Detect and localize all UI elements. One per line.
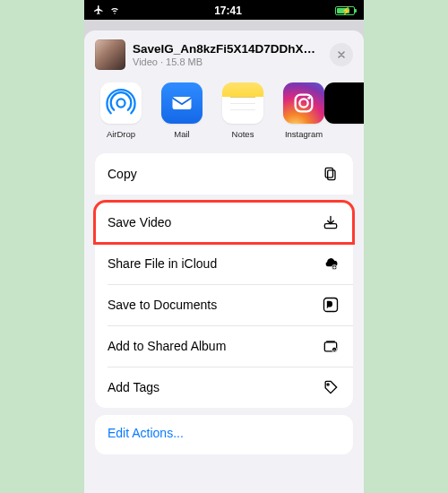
battery-icon: ⚡ xyxy=(335,6,355,15)
airplane-icon xyxy=(93,4,104,18)
file-size: 15.8 MB xyxy=(166,56,202,67)
share-target-more[interactable] xyxy=(340,82,349,139)
file-info: SaveIG_An8kzFi5X14D7DDhXM... Video · 15.… xyxy=(133,42,323,67)
action-save-video[interactable]: Save Video xyxy=(95,202,353,243)
svg-point-3 xyxy=(299,99,307,107)
wifi-icon xyxy=(108,4,121,18)
svg-rect-7 xyxy=(324,224,336,229)
status-right: ⚡ xyxy=(335,6,355,15)
app-icon-peek xyxy=(324,82,364,124)
share-target-label: Mail xyxy=(174,129,189,139)
share-target-instagram[interactable]: Instagram xyxy=(280,82,328,139)
share-target-label: Instagram xyxy=(285,129,323,139)
svg-point-0 xyxy=(116,99,125,107)
action-add-shared-album[interactable]: Add to Shared Album xyxy=(95,325,353,367)
file-title: SaveIG_An8kzFi5X14D7DDhXM... xyxy=(133,42,323,56)
status-left xyxy=(93,4,121,18)
edit-actions-button[interactable]: Edit Actions... xyxy=(95,415,353,454)
file-kind: Video xyxy=(133,56,158,67)
close-button[interactable] xyxy=(330,43,353,66)
svg-rect-1 xyxy=(173,97,192,109)
download-icon xyxy=(321,212,340,232)
action-label: Save to Documents xyxy=(108,298,217,312)
action-label: Share File in iCloud xyxy=(108,256,217,271)
edit-actions-label: Edit Actions... xyxy=(108,426,184,440)
file-metadata: Video · 15.8 MB xyxy=(133,56,323,67)
instagram-icon xyxy=(283,82,324,124)
actions-list: Copy Save Video Share File in iCloud Sav… xyxy=(95,153,353,408)
phone-frame: 17:41 ⚡ SaveIG_An8kzFi5X14D7DDhXM... Vid… xyxy=(84,0,364,493)
documents-app-icon xyxy=(321,295,340,315)
status-bar: 17:41 ⚡ xyxy=(84,0,364,20)
shared-album-icon xyxy=(321,336,340,356)
action-add-tags[interactable]: Add Tags xyxy=(95,367,353,408)
mail-icon xyxy=(161,82,202,124)
icloud-share-icon xyxy=(321,254,340,273)
airdrop-icon xyxy=(100,82,142,124)
tag-icon xyxy=(321,377,340,397)
svg-point-4 xyxy=(307,97,310,99)
svg-rect-11 xyxy=(326,341,335,342)
action-share-icloud[interactable]: Share File in iCloud xyxy=(95,243,353,284)
status-time: 17:41 xyxy=(214,4,242,17)
svg-rect-6 xyxy=(325,168,332,177)
share-target-airdrop[interactable]: AirDrop xyxy=(97,82,145,139)
action-label: Add to Shared Album xyxy=(108,339,226,353)
file-thumbnail xyxy=(95,39,125,70)
svg-rect-5 xyxy=(328,170,335,180)
action-save-documents[interactable]: Save to Documents xyxy=(95,284,353,325)
share-target-label: Notes xyxy=(232,129,254,139)
share-target-label: AirDrop xyxy=(107,129,135,139)
action-label: Copy xyxy=(108,167,137,181)
svg-point-14 xyxy=(327,384,329,385)
action-label: Save Video xyxy=(108,215,171,229)
close-icon xyxy=(336,49,347,60)
action-label: Add Tags xyxy=(108,380,159,394)
copy-icon xyxy=(321,164,340,184)
action-copy[interactable]: Copy xyxy=(95,153,353,195)
share-target-strip[interactable]: AirDrop Mail Notes Instagram xyxy=(84,77,364,151)
share-sheet: SaveIG_An8kzFi5X14D7DDhXM... Video · 15.… xyxy=(84,30,364,493)
share-target-mail[interactable]: Mail xyxy=(158,82,206,139)
sheet-header: SaveIG_An8kzFi5X14D7DDhXM... Video · 15.… xyxy=(84,30,364,77)
notes-icon xyxy=(222,82,263,124)
share-target-notes[interactable]: Notes xyxy=(219,82,267,139)
svg-point-13 xyxy=(333,349,335,350)
